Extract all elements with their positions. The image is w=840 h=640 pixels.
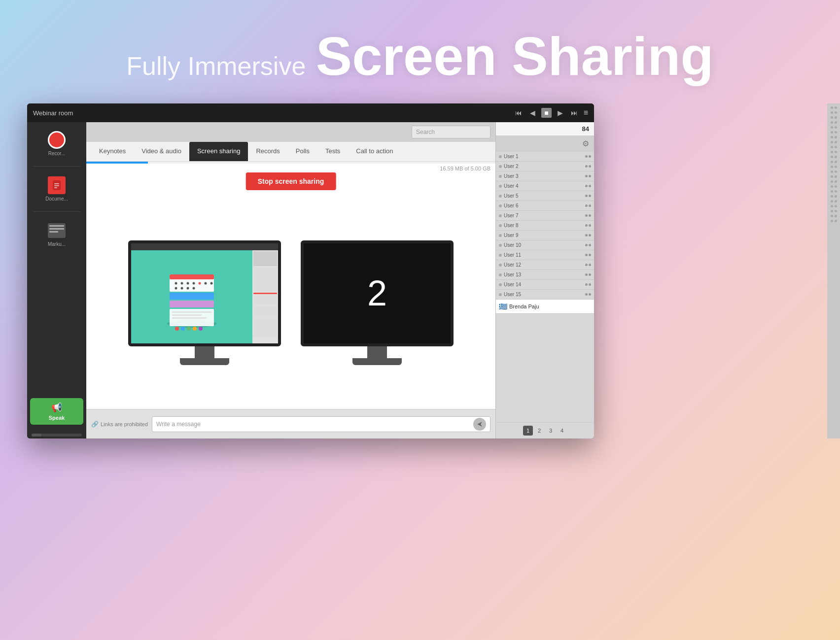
tab-screen-sharing[interactable]: Screen sharing	[189, 142, 248, 161]
sidebar: Recor... Docume...	[27, 122, 86, 438]
speak-label: Speak	[49, 415, 65, 421]
svg-point-26	[187, 327, 191, 331]
monitor-2[interactable]: 2	[301, 240, 454, 365]
links-warning: 🔗 Links are prohibited	[91, 421, 148, 428]
svg-rect-9	[170, 301, 214, 307]
hero-title: Screen Sharing	[316, 26, 714, 86]
record-icon	[48, 131, 66, 149]
user-item: User 9	[496, 231, 594, 240]
center-panel: Search Keynotes Video & audio Screen sha…	[86, 122, 495, 438]
svg-point-19	[210, 282, 213, 285]
menu-button[interactable]: ≡	[584, 108, 588, 117]
search-bar[interactable]: Search	[412, 126, 490, 138]
title-bar: Webinar room ⏮ ◀ ■ ▶ ⏭ ≡	[27, 103, 594, 122]
prev-button[interactable]: ◀	[528, 108, 537, 118]
next-button[interactable]: ▶	[556, 108, 565, 118]
right-panel: 84 ⚙ User 1 User 2	[495, 122, 594, 438]
user-item: User 11	[496, 250, 594, 260]
monitor-number: 2	[367, 273, 387, 313]
message-input[interactable]: Write a message	[152, 416, 490, 432]
stop-button[interactable]: ■	[541, 108, 551, 118]
search-bar-area: Search	[86, 122, 495, 142]
document-icon	[48, 176, 66, 194]
message-placeholder: Write a message	[156, 421, 201, 428]
last-button[interactable]: ⏭	[569, 108, 580, 118]
svg-rect-2	[54, 185, 59, 186]
sidebar-item-document[interactable]: Docume...	[27, 172, 86, 205]
user-item: User 3	[496, 171, 594, 181]
page-2[interactable]: 2	[534, 426, 544, 436]
user-item: User 6	[496, 201, 594, 211]
settings-icon[interactable]: ⚙	[582, 139, 589, 148]
speak-icon: 📢	[51, 402, 62, 413]
tab-tests[interactable]: Tests	[317, 142, 348, 161]
flag-icon: 🇬🇷	[499, 303, 507, 310]
user-item: User 13	[496, 270, 594, 280]
svg-rect-8	[172, 317, 207, 319]
monitor-stand-2	[367, 346, 387, 358]
sidebar-markup-label: Marku...	[48, 241, 66, 247]
svg-point-21	[181, 287, 183, 290]
tab-video-audio[interactable]: Video & audio	[134, 142, 189, 161]
progress-fill	[86, 162, 148, 164]
featured-user-item: 🇬🇷 Brenda Paju	[496, 300, 594, 314]
user-item: User 4	[496, 181, 594, 191]
bottom-area: 🔗 Links are prohibited Write a message	[86, 409, 495, 438]
monitor-1-screen[interactable]	[128, 240, 281, 346]
monitor-1[interactable]	[128, 240, 281, 365]
stop-sharing-button[interactable]: Stop screen sharing	[246, 172, 336, 190]
svg-point-27	[193, 327, 197, 331]
progress-bar	[86, 162, 495, 164]
sidebar-divider-1	[33, 166, 80, 167]
user-item: User 8	[496, 221, 594, 231]
tab-records[interactable]: Records	[248, 142, 287, 161]
design-mockup	[157, 262, 226, 331]
svg-rect-7	[172, 314, 202, 316]
page-1[interactable]: 1	[523, 426, 533, 436]
svg-point-13	[175, 282, 177, 285]
sidebar-document-label: Docume...	[45, 196, 68, 202]
svg-point-25	[181, 327, 185, 331]
monitor-2-screen[interactable]: 2	[301, 240, 454, 346]
svg-point-16	[193, 282, 195, 285]
svg-point-24	[175, 327, 179, 331]
send-button[interactable]	[473, 418, 486, 431]
ps-main	[131, 250, 252, 343]
page-3[interactable]: 3	[546, 426, 556, 436]
window-title: Webinar room	[33, 109, 73, 117]
user-item: User 14	[496, 280, 594, 290]
send-icon	[477, 421, 483, 427]
svg-point-14	[181, 282, 183, 285]
webinar-window: Webinar room ⏮ ◀ ■ ▶ ⏭ ≡ Recor...	[27, 103, 594, 438]
page-4[interactable]: 4	[557, 426, 567, 436]
ps-right-panel	[252, 250, 278, 343]
tab-call-to-action[interactable]: Call to action	[348, 142, 401, 161]
tab-polls[interactable]: Polls	[288, 142, 317, 161]
user-item: User 12	[496, 260, 594, 270]
monitor-stand-1	[195, 346, 214, 358]
markup-icon	[48, 222, 66, 239]
sidebar-item-markup[interactable]: Marku...	[27, 218, 86, 251]
speak-button[interactable]: 📢 Speak	[30, 398, 83, 425]
featured-user-name: Brenda Paju	[509, 303, 591, 309]
tab-keynotes[interactable]: Keynotes	[91, 142, 134, 161]
svg-point-22	[187, 287, 189, 290]
settings-row: ⚙	[496, 136, 594, 152]
svg-point-17	[199, 282, 201, 285]
sidebar-item-record[interactable]: Recor...	[27, 127, 86, 160]
ps-topbar	[131, 243, 278, 250]
ps-body	[131, 250, 278, 343]
svg-point-23	[193, 287, 195, 290]
hero-subtitle: Fully Immersive	[126, 52, 306, 80]
svg-rect-12	[170, 274, 214, 279]
main-content: Recor... Docume...	[27, 122, 594, 438]
storage-info: 16.59 MB of 5.00 GB	[440, 166, 490, 171]
svg-point-28	[199, 327, 203, 331]
user-item: User 10	[496, 240, 594, 250]
ps-content	[131, 243, 278, 343]
search-placeholder: Search	[416, 129, 435, 135]
monitor-base-1	[180, 358, 229, 365]
svg-rect-10	[170, 293, 214, 300]
svg-point-18	[205, 282, 207, 285]
first-button[interactable]: ⏮	[513, 108, 524, 118]
